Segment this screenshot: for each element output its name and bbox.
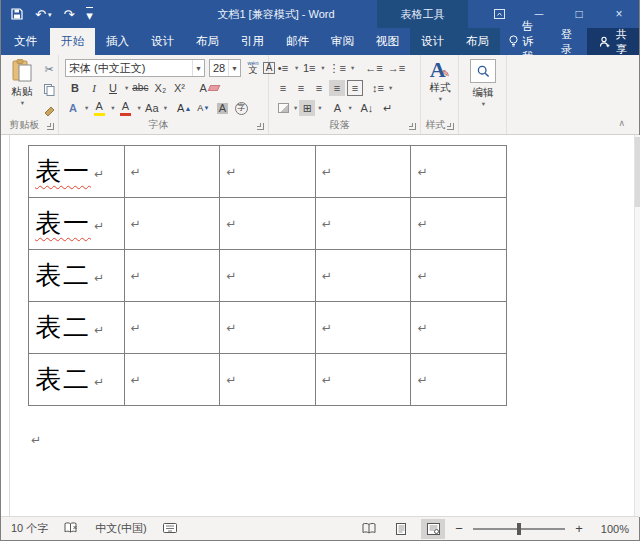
styles-button[interactable]: A✎ 样式 ▾ <box>421 59 459 103</box>
character-shading-button[interactable]: A <box>214 100 230 116</box>
table-cell[interactable]: ↵ <box>124 146 220 198</box>
language-status[interactable]: 中文(中国) <box>95 521 146 536</box>
zoom-out-button[interactable]: − <box>453 521 465 536</box>
table-cell[interactable]: 表二↵ <box>29 302 125 354</box>
zoom-in-button[interactable]: + <box>573 521 585 536</box>
editing-button[interactable]: 编辑 ▾ <box>459 59 507 108</box>
close-button[interactable]: × <box>599 0 639 28</box>
table-cell[interactable]: 表二↵ <box>29 250 125 302</box>
cell-text[interactable]: 表二 <box>35 313 91 342</box>
table-cell[interactable]: ↵ <box>411 354 507 406</box>
table-cell[interactable]: ↵ <box>220 302 316 354</box>
bold-button[interactable]: B <box>67 80 83 96</box>
highlight-color-button[interactable]: A <box>91 100 107 116</box>
increase-indent-icon[interactable]: →≡ <box>387 60 406 76</box>
align-right-icon[interactable]: ≡ <box>311 80 327 96</box>
numbering-icon[interactable]: 1≡ <box>301 60 317 76</box>
save-icon[interactable] <box>11 8 23 20</box>
highlight-dropdown-icon[interactable]: ▾ <box>111 104 114 112</box>
paragraph-dialog-launcher[interactable] <box>409 123 416 130</box>
table-row[interactable]: 表一↵ ↵ ↵ ↵ ↵ <box>29 146 507 198</box>
styles-dropdown-icon[interactable]: ▾ <box>422 95 459 103</box>
sort-icon[interactable]: A↓ <box>359 100 375 116</box>
shading-dropdown-icon[interactable]: ▾ <box>294 104 297 112</box>
bullets-dropdown-icon[interactable]: ▾ <box>295 64 298 72</box>
table-row[interactable]: 表二↵ ↵ ↵ ↵ ↵ <box>29 354 507 406</box>
table-row[interactable]: 表二↵ ↵ ↵ ↵ ↵ <box>29 250 507 302</box>
table-cell[interactable]: ↵ <box>411 146 507 198</box>
italic-button[interactable]: I <box>86 80 102 96</box>
table-cell[interactable]: ↵ <box>411 198 507 250</box>
subscript-button[interactable]: X₂ <box>152 80 168 96</box>
font-name-combo[interactable]: 宋体 (中文正文)▼ <box>65 59 205 77</box>
cell-text[interactable]: 表二 <box>35 261 91 290</box>
scrollbar-thumb[interactable] <box>635 137 640 207</box>
cell-text[interactable]: 表一 <box>35 157 91 186</box>
sign-in-button[interactable]: 登录 <box>551 28 587 55</box>
table-cell[interactable]: ↵ <box>220 198 316 250</box>
show-hide-marks-icon[interactable]: ↵ <box>380 100 396 116</box>
vertical-scrollbar[interactable] <box>634 135 640 517</box>
asian-layout-icon[interactable]: A <box>330 100 346 116</box>
paste-button[interactable]: 粘贴 ▾ <box>7 59 37 107</box>
multilevel-dropdown-icon[interactable]: ▾ <box>351 64 354 72</box>
superscript-button[interactable]: X² <box>171 80 187 96</box>
tab-file[interactable]: 文件 <box>1 28 50 55</box>
tab-table-design[interactable]: 设计 <box>410 28 455 55</box>
table-cell[interactable]: 表一↵ <box>29 198 125 250</box>
font-color-button[interactable]: A <box>118 100 134 116</box>
print-layout-icon[interactable] <box>389 519 413 539</box>
underline-dropdown-icon[interactable]: ▾ <box>125 84 128 92</box>
undo-dropdown-icon[interactable]: ▾ <box>48 11 52 18</box>
shrink-font-button[interactable]: A▼ <box>195 100 211 116</box>
enclose-characters-button[interactable]: 字 <box>233 100 249 116</box>
table-cell[interactable]: ↵ <box>411 302 507 354</box>
tab-view[interactable]: 视图 <box>365 28 410 55</box>
zoom-slider[interactable] <box>473 528 565 530</box>
tab-references[interactable]: 引用 <box>230 28 275 55</box>
table-cell[interactable]: ↵ <box>315 354 411 406</box>
tab-review[interactable]: 审阅 <box>320 28 365 55</box>
document-area[interactable]: 表一↵ ↵ ↵ ↵ ↵ 表一↵ ↵ ↵ ↵ ↵ 表二↵ ↵ ↵ ↵ ↵ 表二 <box>1 135 640 517</box>
font-dialog-launcher[interactable] <box>257 123 264 130</box>
font-name-dropdown-icon[interactable]: ▼ <box>192 60 204 76</box>
tab-insert[interactable]: 插入 <box>95 28 140 55</box>
undo-button[interactable]: ↶▾ <box>35 8 51 21</box>
line-spacing-dropdown-icon[interactable]: ▾ <box>389 84 392 92</box>
cell-text[interactable]: 表二 <box>35 365 91 394</box>
table-cell[interactable]: ↵ <box>315 146 411 198</box>
tab-design[interactable]: 设计 <box>140 28 185 55</box>
clear-formatting-button[interactable]: A <box>198 80 219 96</box>
zoom-level[interactable]: 100% <box>593 523 629 535</box>
tab-mailings[interactable]: 邮件 <box>275 28 320 55</box>
cut-icon[interactable]: ✂ <box>41 61 57 77</box>
tell-me-button[interactable]: 告诉我 <box>500 28 551 55</box>
copy-icon[interactable] <box>41 82 57 98</box>
table-cell[interactable]: ↵ <box>220 146 316 198</box>
asian-layout-dropdown-icon[interactable]: ▾ <box>349 104 352 112</box>
table-cell[interactable]: ↵ <box>124 302 220 354</box>
underline-button[interactable]: U <box>105 80 121 96</box>
strikethrough-button[interactable]: abc <box>131 80 149 96</box>
table-cell[interactable]: ↵ <box>315 250 411 302</box>
justify-icon[interactable]: ≡ <box>329 80 345 96</box>
proofing-icon[interactable] <box>64 522 79 536</box>
table-cell[interactable]: 表二↵ <box>29 354 125 406</box>
tab-layout[interactable]: 布局 <box>185 28 230 55</box>
text-effects-dropdown-icon[interactable]: ▾ <box>85 104 88 112</box>
table-cell[interactable]: ↵ <box>411 250 507 302</box>
table-cell[interactable]: 表一↵ <box>29 146 125 198</box>
text-effects-button[interactable]: A <box>65 100 81 116</box>
table-cell[interactable]: ↵ <box>220 250 316 302</box>
font-size-dropdown-icon[interactable]: ▼ <box>228 60 240 76</box>
tab-home[interactable]: 开始 <box>50 28 95 55</box>
table-cell[interactable]: ↵ <box>220 354 316 406</box>
numbering-dropdown-icon[interactable]: ▾ <box>321 64 324 72</box>
decrease-indent-icon[interactable]: ←≡ <box>364 60 383 76</box>
web-layout-icon[interactable] <box>421 519 445 539</box>
editing-dropdown-icon[interactable]: ▾ <box>460 100 507 108</box>
font-size-combo[interactable]: 28▼ <box>209 59 241 77</box>
line-spacing-icon[interactable]: ↕≡ <box>370 80 386 96</box>
phonetic-guide-icon[interactable]: wén 文 <box>245 59 261 75</box>
customize-qat-icon[interactable]: ▾ <box>86 7 93 22</box>
